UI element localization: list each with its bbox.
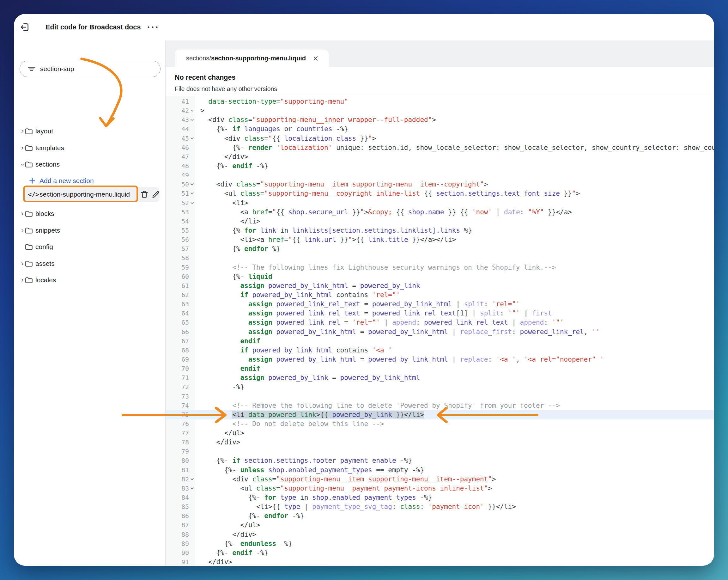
code-line[interactable]: 41 data-section-type="supporting-menu" [165,97,714,106]
code-line[interactable]: 89 {%- endunless -%} [165,539,714,548]
code-line[interactable]: 62 if powered_by_link_html contains 'rel… [165,291,714,300]
tab-section-supporting-menu[interactable]: sections/section-supporting-menu.liquid [175,50,329,67]
code-line[interactable]: 81 {%- unless shop.enabled_payment_types… [165,465,714,475]
fold-chevron-icon[interactable] [189,475,195,484]
line-number[interactable]: 42 [165,106,196,116]
line-number[interactable]: 54 [165,217,196,226]
pencil-icon[interactable] [151,190,160,199]
chevron-right-icon[interactable] [14,146,25,150]
code-line[interactable]: 76 <!-- Do not delete below this line --… [165,420,714,429]
code-line[interactable]: 91 </div> [165,558,714,566]
line-number[interactable]: 73 [165,392,196,401]
line-number[interactable]: 90 [165,548,196,558]
line-number[interactable]: 56 [165,235,196,244]
chevron-down-icon[interactable] [14,162,25,167]
sidebar-file-selected[interactable]: </>section-supporting-menu.liquid [14,186,165,203]
line-number[interactable]: 48 [165,161,196,171]
code-line[interactable]: 55 {% for link in linklists[section.sett… [165,226,714,235]
code-line[interactable]: 53 <a href="{{ shop.secure_url }}">&copy… [165,208,714,217]
code-line[interactable]: 64 assign powered_link_rel_text = powere… [165,309,714,318]
code-line[interactable]: 84 {%- for type in shop.enabled_payment_… [165,493,714,502]
line-number[interactable]: 47 [165,152,196,161]
sidebar-folder-assets[interactable]: assets [14,255,165,272]
code-line[interactable]: 68 if powered_by_link_html contains '<a … [165,346,714,355]
code-line[interactable]: 80 {%- if section.settings.footer_paymen… [165,456,714,465]
code-line[interactable]: 79 [165,447,714,456]
trash-icon[interactable] [140,190,149,199]
line-number[interactable]: 43 [165,116,196,125]
ellipsis-icon[interactable] [147,22,160,32]
code-line[interactable]: 45 <div class="{{ localization_class }}"… [165,134,714,143]
line-number[interactable]: 79 [165,447,196,456]
chevron-right-icon[interactable] [14,278,25,283]
code-line[interactable]: 54 </li> [165,217,714,226]
code-line[interactable]: 72 -%} [165,382,714,392]
fold-chevron-icon[interactable] [189,199,195,208]
code-line[interactable]: 57 {% endfor %} [165,244,714,253]
code-line[interactable]: 66 assign powered_by_link_html = powered… [165,327,714,337]
line-number[interactable]: 61 [165,281,196,291]
code-line[interactable]: 56 <li><a href="{{ link.url }}">{{ link.… [165,235,714,244]
code-line[interactable]: 90 {%- endif -%} [165,548,714,558]
code-line[interactable]: 78 </div> [165,438,714,447]
chevron-right-icon[interactable] [14,261,25,266]
code-line[interactable]: 77 </ul> [165,429,714,438]
sidebar-folder-layout[interactable]: layout [14,123,165,140]
code-line[interactable]: 75 <li data-powered-link>{{ powered_by_l… [165,410,714,420]
code-line[interactable]: 86 {%- endfor -%} [165,511,714,521]
code-line[interactable]: 82 <div class="supporting-menu__item sup… [165,475,714,484]
line-number[interactable]: 44 [165,125,196,134]
line-number[interactable]: 50 [165,180,196,189]
line-number[interactable]: 81 [165,465,196,475]
exit-icon[interactable] [20,22,30,32]
line-number[interactable]: 70 [165,364,196,373]
sidebar-folder-locales[interactable]: locales [14,272,165,288]
sidebar-folder-config[interactable]: config [14,238,165,255]
code-line[interactable]: 46 {%- render 'localization' unique: sec… [165,143,714,152]
line-number[interactable]: 45 [165,134,196,143]
fold-chevron-icon[interactable] [189,189,195,198]
line-number[interactable]: 76 [165,420,196,429]
code-line[interactable]: 73 [165,392,714,401]
fold-chevron-icon[interactable] [189,484,195,493]
code-line[interactable]: 52 <li> [165,199,714,208]
fold-chevron-icon[interactable] [189,134,195,143]
code-line[interactable]: 58 [165,253,714,263]
chevron-right-icon[interactable] [14,211,25,216]
line-number[interactable]: 84 [165,493,196,502]
code-line[interactable]: 83 <ul class="supporting-menu__payment p… [165,484,714,493]
code-line[interactable]: 42> [165,106,714,116]
line-number[interactable]: 64 [165,309,196,318]
fold-chevron-icon[interactable] [189,106,195,116]
line-number[interactable]: 66 [165,327,196,337]
code-line[interactable]: 67 endif [165,337,714,346]
code-line[interactable]: 43 <div class="supporting-menu__inner wr… [165,116,714,125]
code-line[interactable]: 87 </ul> [165,521,714,530]
code-line[interactable]: 44 {%- if languages or countries -%} [165,125,714,134]
line-number[interactable]: 78 [165,438,196,447]
line-number[interactable]: 51 [165,189,196,198]
line-number[interactable]: 62 [165,291,196,300]
line-number[interactable]: 59 [165,263,196,272]
line-number[interactable]: 85 [165,502,196,511]
code-line[interactable]: 47 </div> [165,152,714,161]
sidebar-folder-templates[interactable]: templates [14,140,165,156]
line-number[interactable]: 75 [165,410,196,420]
line-number[interactable]: 60 [165,272,196,281]
code-line[interactable]: 60 {%- liquid [165,272,714,281]
line-number[interactable]: 67 [165,337,196,346]
line-number[interactable]: 65 [165,318,196,327]
line-number[interactable]: 55 [165,226,196,235]
chevron-right-icon[interactable] [14,228,25,233]
line-number[interactable]: 63 [165,300,196,309]
code-line[interactable]: 61 assign powered_by_link_html = powered… [165,281,714,291]
code-line[interactable]: 48 {%- endif -%} [165,161,714,171]
line-number[interactable]: 83 [165,484,196,493]
close-icon[interactable] [313,56,318,61]
line-number[interactable]: 77 [165,429,196,438]
code-line[interactable]: 65 assign powered_link_rel = 'rel="' | a… [165,318,714,327]
line-number[interactable]: 72 [165,382,196,392]
line-number[interactable]: 68 [165,346,196,355]
line-number[interactable]: 91 [165,558,196,566]
line-number[interactable]: 71 [165,373,196,382]
